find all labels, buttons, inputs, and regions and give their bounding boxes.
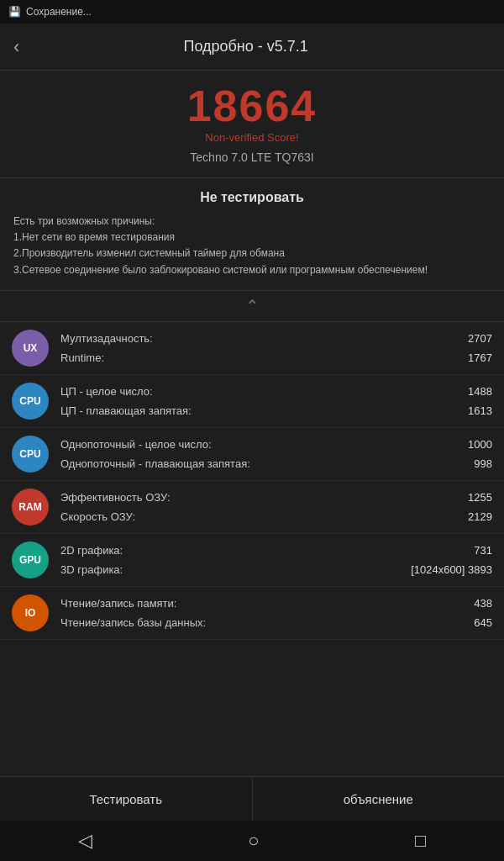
header: ‹ Подробно - v5.7.1 (0, 24, 504, 71)
collapse-icon: ⌃ (245, 296, 260, 316)
score-number: 18664 (13, 84, 491, 128)
metric-label: Однопоточный - целое число: (60, 438, 212, 451)
metric-value: 645 (474, 616, 492, 629)
warning-title: Не тестировать (13, 190, 491, 205)
score-section: 18664 Non-verified Score! Techno 7.0 LTE… (0, 71, 504, 178)
metric-value: [861x504] 3893 (411, 563, 492, 576)
metrics-ram: Эффективность ОЗУ:1255Скорость ОЗУ:2129 (60, 488, 492, 526)
metric-row: 2D графика:731 (60, 541, 492, 560)
back-button[interactable]: ‹ (13, 36, 19, 58)
metric-row: Однопоточный - целое число:1000 (60, 435, 492, 454)
metrics-ux: Мултизадачность:2707Runtime:1767 (60, 329, 492, 367)
metric-value: 1613 (468, 404, 492, 417)
metric-label: Runtime: (60, 351, 104, 364)
category-io: IOЧтение/запись памяти:438Чтение/запись … (0, 587, 504, 640)
explain-button[interactable]: объяснение (253, 777, 505, 821)
metric-value: 1255 (468, 491, 492, 504)
bottom-buttons: Тестировать объяснение (0, 776, 504, 821)
nav-home-icon[interactable]: ○ (248, 830, 259, 852)
metrics-gpu: 2D графика:7313D графика:[861x504] 3893 (60, 541, 492, 579)
metric-value: 1488 (468, 385, 492, 398)
metric-row: Скорость ОЗУ:2129 (60, 507, 492, 526)
device-name: Techno 7.0 LTE TQ763I (13, 151, 491, 164)
metric-row: 3D графика:[861x504] 3893 (60, 560, 492, 579)
metric-row: Runtime:1767 (60, 348, 492, 367)
test-button[interactable]: Тестировать (0, 777, 253, 821)
metrics-cpu1: ЦП - целое число:1488ЦП - плавающая запя… (60, 382, 492, 420)
metric-label: Чтение/запись базы данных: (60, 616, 206, 629)
category-gpu: GPU2D графика:7313D графика:[861x504] 3… (0, 534, 504, 587)
nav-back-icon[interactable]: ◁ (78, 830, 92, 852)
metric-value: 438 (474, 597, 492, 610)
status-icon: 💾 (8, 6, 21, 18)
badge-io: IO (12, 594, 49, 631)
metric-value: 731 (474, 544, 492, 557)
metric-label: Эффективность ОЗУ: (60, 491, 171, 504)
status-text: Сохранение... (26, 6, 92, 18)
warning-section: Не тестировать Есть три возможных причин… (0, 178, 504, 291)
badge-ux: UX (12, 330, 49, 367)
metric-value: 1000 (468, 438, 492, 451)
badge-ram: RAM (12, 489, 49, 526)
metric-label: 2D графика: (60, 544, 123, 557)
badge-cpu2: CPU (12, 436, 49, 473)
page-title: Подробно - v5.7.1 (33, 38, 459, 55)
metrics-io: Чтение/запись памяти:438Чтение/запись ба… (60, 594, 492, 632)
metric-label: Чтение/запись памяти: (60, 597, 176, 610)
warning-text: Есть три возможных причины: 1.Нет сети в… (13, 214, 491, 278)
metric-row: Чтение/запись памяти:438 (60, 594, 492, 613)
non-verified-label: Non-verified Score! (13, 131, 491, 144)
metric-row: Эффективность ОЗУ:1255 (60, 488, 492, 507)
metric-value: 1767 (468, 351, 492, 364)
category-ux: UXМултизадачность:2707Runtime:1767 (0, 322, 504, 375)
metric-row: Чтение/запись базы данных:645 (60, 613, 492, 632)
metric-label: Скорость ОЗУ: (60, 510, 135, 523)
metric-row: Однопоточный - плавающая запятая:998 (60, 454, 492, 473)
metric-label: 3D графика: (60, 563, 123, 576)
category-cpu2: CPUОднопоточный - целое число:1000Однопо… (0, 428, 504, 481)
metric-value: 998 (474, 457, 492, 470)
status-bar: 💾 Сохранение... (0, 0, 504, 24)
metric-label: ЦП - плавающая запятая: (60, 404, 192, 417)
badge-gpu: GPU (12, 541, 49, 578)
badge-cpu1: CPU (12, 383, 49, 420)
results-section: UXМултизадачность:2707Runtime:1767CPUЦП … (0, 322, 504, 827)
metric-label: Мултизадачность: (60, 332, 153, 345)
metric-value: 2707 (468, 332, 492, 345)
metric-row: ЦП - целое число:1488 (60, 382, 492, 401)
metric-value: 2129 (468, 510, 492, 523)
collapse-row[interactable]: ⌃ (0, 291, 504, 322)
metric-label: ЦП - целое число: (60, 385, 153, 398)
category-ram: RAMЭффективность ОЗУ:1255Скорость ОЗУ:21… (0, 481, 504, 534)
metrics-cpu2: Однопоточный - целое число:1000Однопоточ… (60, 435, 492, 473)
metric-row: ЦП - плавающая запятая:1613 (60, 401, 492, 420)
nav-bar: ◁ ○ □ (0, 821, 504, 861)
metric-row: Мултизадачность:2707 (60, 329, 492, 348)
nav-recent-icon[interactable]: □ (415, 830, 426, 852)
metric-label: Однопоточный - плавающая запятая: (60, 457, 250, 470)
category-cpu1: CPUЦП - целое число:1488ЦП - плавающая з… (0, 375, 504, 428)
